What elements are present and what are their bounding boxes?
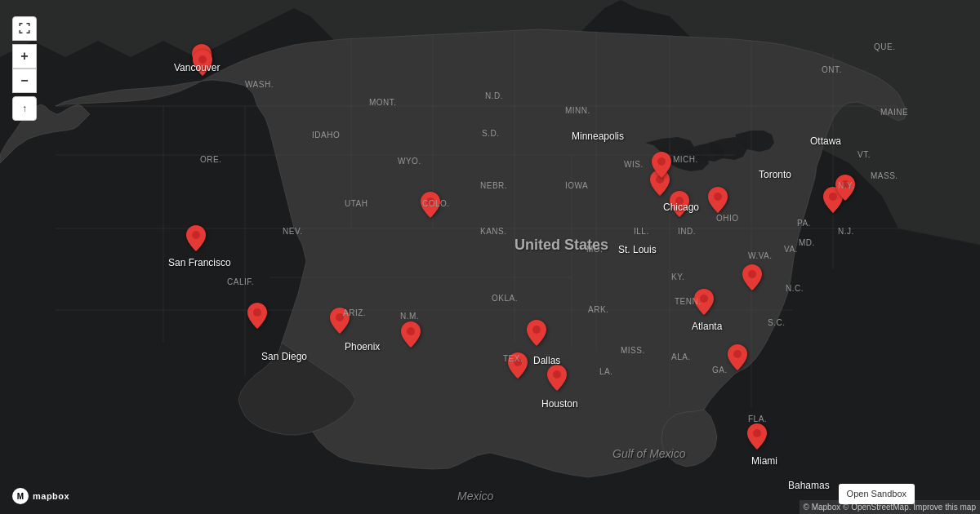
- svg-point-20: [336, 313, 344, 321]
- compass-button[interactable]: ↑: [12, 96, 37, 121]
- map-controls: + − ↑: [12, 16, 37, 121]
- zoom-out-button[interactable]: −: [12, 69, 37, 93]
- svg-point-25: [553, 370, 561, 379]
- pin-san_francisco[interactable]: [186, 225, 206, 255]
- svg-point-22: [407, 327, 415, 335]
- open-sandbox-button[interactable]: Open Sandbox: [839, 484, 915, 504]
- svg-point-23: [532, 326, 541, 334]
- pin-phoenix[interactable]: [330, 308, 350, 337]
- svg-point-32: [733, 350, 742, 358]
- svg-point-17: [198, 55, 207, 64]
- fullscreen-button[interactable]: [12, 16, 37, 41]
- mapbox-logo-icon: M: [12, 488, 29, 504]
- svg-point-35: [700, 295, 708, 303]
- svg-point-30: [748, 270, 756, 278]
- pin-san_diego[interactable]: [247, 303, 267, 332]
- pin-houston[interactable]: [547, 365, 567, 394]
- pin-boston[interactable]: [835, 175, 855, 204]
- map-container[interactable]: + − ↑: [0, 0, 980, 514]
- zoom-in-button[interactable]: +: [12, 44, 37, 69]
- pin-albuquerque[interactable]: [401, 321, 421, 351]
- svg-point-21: [426, 197, 434, 206]
- pin-jacksonville[interactable]: [728, 344, 747, 374]
- pin-columbus[interactable]: [708, 187, 728, 216]
- pin-charlotte[interactable]: [742, 264, 762, 294]
- mapbox-logo: M mapbox: [12, 488, 69, 504]
- svg-point-18: [192, 231, 200, 239]
- svg-point-31: [753, 429, 761, 437]
- map-background: [0, 0, 980, 514]
- svg-point-24: [514, 358, 522, 366]
- svg-point-28: [714, 193, 722, 201]
- mapbox-logo-text: mapbox: [33, 491, 69, 501]
- svg-point-34: [841, 180, 849, 188]
- pin-indianapolis[interactable]: [670, 191, 689, 220]
- pin-atlanta[interactable]: [694, 289, 714, 318]
- svg-point-27: [675, 197, 684, 205]
- pin-houston1[interactable]: [508, 352, 528, 382]
- svg-point-29: [657, 157, 666, 166]
- pin-denver[interactable]: [421, 192, 440, 221]
- svg-point-19: [253, 308, 261, 317]
- pin-detroit[interactable]: [652, 152, 671, 181]
- pin-dallas[interactable]: [527, 320, 546, 349]
- pin-seattle[interactable]: [193, 50, 212, 79]
- pin-miami[interactable]: [747, 423, 767, 453]
